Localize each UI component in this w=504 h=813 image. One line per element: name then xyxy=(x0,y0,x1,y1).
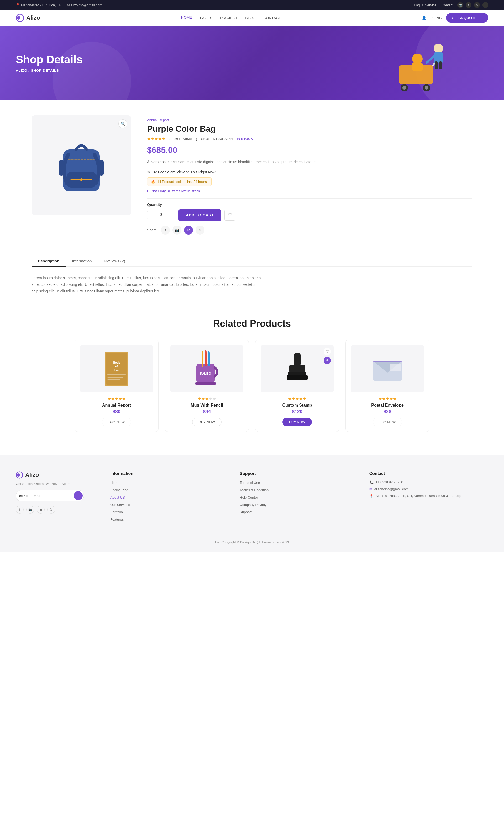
contact-link[interactable]: Contact xyxy=(442,3,453,7)
svg-point-21 xyxy=(80,178,83,181)
footer-linkedin-icon[interactable]: in xyxy=(37,506,45,514)
cart-illustration-svg xyxy=(383,31,451,92)
location-icon: 📍 xyxy=(369,494,374,498)
footer-facebook-icon[interactable]: f xyxy=(16,506,24,514)
quickview-icon-3[interactable]: 👁 xyxy=(324,357,331,364)
nav-project[interactable]: PROJECT xyxy=(220,16,237,20)
user-icon: 👤 xyxy=(422,16,426,20)
nav-blog[interactable]: BLOG xyxy=(245,16,255,20)
buy-now-button-4[interactable]: BUY NOW xyxy=(373,418,402,426)
nav-home[interactable]: HOME xyxy=(181,15,192,20)
product-category: Annual Report xyxy=(147,118,473,122)
stars-mug: ★★★★★ xyxy=(170,396,243,401)
stamp-image xyxy=(283,350,312,387)
footer-instagram-icon[interactable]: 📷 xyxy=(26,506,34,514)
footer-twitter-icon[interactable]: 𝕏 xyxy=(47,506,55,514)
eye-icon: 👁 xyxy=(147,170,151,174)
footer-link-about[interactable]: About US xyxy=(110,496,125,499)
share-facebook-icon[interactable]: f xyxy=(161,226,170,234)
product-price-2: $44 xyxy=(170,409,243,415)
footer-support-links: Terms of Use Tearns & Condition Help Cen… xyxy=(240,480,359,514)
product-image-container: 🔍 xyxy=(31,115,131,215)
faq-links: Faq / Service / Contact xyxy=(414,3,453,7)
footer-link-privacy[interactable]: Company Privacy xyxy=(240,503,266,507)
svg-rect-27 xyxy=(107,374,126,375)
product-card-mug: RAMBO ★★★★★ Mug With Pencil $ xyxy=(165,340,249,432)
product-title: Purple Color Bag xyxy=(147,124,473,134)
product-card-image-3: ♡ 👁 xyxy=(261,345,334,392)
stock-status: IN STOCK xyxy=(237,137,253,141)
svg-rect-38 xyxy=(195,382,216,384)
svg-rect-46 xyxy=(390,363,401,371)
svg-rect-9 xyxy=(412,63,423,71)
footer-link-terms[interactable]: Terms of Use xyxy=(240,481,260,485)
tab-description[interactable]: Description xyxy=(31,255,66,267)
quantity-value: 3 xyxy=(159,213,164,217)
stars-envelope: ★★★★★ xyxy=(351,396,424,401)
get-quote-button[interactable]: GET A QUOTE → xyxy=(446,13,488,23)
viewing-notice: 👁 32 People are Viewing This Right Now xyxy=(147,170,473,174)
location: 📍 Manchester 21, Zurich, CH xyxy=(16,3,62,7)
footer-bottom: Full Copyright & Design By @Theme pure -… xyxy=(16,535,488,544)
svg-rect-19 xyxy=(59,160,64,176)
nav-pages[interactable]: PAGES xyxy=(200,16,212,20)
tabs-section: Description Information Reviews (2) Lore… xyxy=(16,250,488,305)
buy-now-button-2[interactable]: BUY NOW xyxy=(192,418,222,426)
product-card-annual-report: Book of Law ★★★★★ Annual Report $80 BUY … xyxy=(75,340,159,432)
twitter-icon[interactable]: 𝕏 xyxy=(474,2,480,8)
footer-link-home[interactable]: Home xyxy=(110,481,119,485)
add-to-cart-button[interactable]: ADD TO CART xyxy=(179,209,221,221)
pinterest-icon[interactable]: P xyxy=(482,2,488,8)
contact-phone: 📞 +1 6328 925 6200 xyxy=(369,480,488,485)
product-name-2: Mug With Pencil xyxy=(170,403,243,408)
rating-stars: ★★★★★ xyxy=(147,136,165,141)
svg-rect-39 xyxy=(294,353,301,366)
product-description: At vero eos et accusamus et iusto dignis… xyxy=(147,159,473,165)
wishlist-button[interactable]: ♡ xyxy=(224,210,235,221)
buy-now-button-3[interactable]: BUY NOW xyxy=(282,418,312,426)
email-subscribe-form: ✉ → xyxy=(16,490,84,502)
share-pinterest-icon[interactable]: P xyxy=(184,226,193,234)
top-bar: 📍 Manchester 21, Zurich, CH ✉ alizoinfo@… xyxy=(0,0,504,10)
share-instagram-icon[interactable]: 📷 xyxy=(172,226,181,234)
svg-point-10 xyxy=(434,44,443,53)
svg-point-8 xyxy=(412,54,423,64)
faq-link[interactable]: Faq xyxy=(414,3,420,7)
footer-brand: Alizo Get Special Offers. We Never Spam.… xyxy=(16,471,100,524)
tab-reviews[interactable]: Reviews (2) xyxy=(98,255,132,267)
svg-text:Book: Book xyxy=(113,361,120,364)
footer-link-tearns[interactable]: Tearns & Condition xyxy=(240,488,269,492)
footer-contact-col: Contact 📞 +1 6328 925 6200 ✉ alizohelpo@… xyxy=(369,471,488,524)
nav-contact[interactable]: CONTACT xyxy=(263,16,281,20)
svg-rect-12 xyxy=(435,61,438,69)
quantity-increase-button[interactable]: + xyxy=(167,211,175,219)
zoom-icon[interactable]: 🔍 xyxy=(118,119,127,128)
footer-link-pricing[interactable]: Pricing Plan xyxy=(110,488,128,492)
footer-link-support[interactable]: Support xyxy=(240,510,252,514)
facebook-icon[interactable]: f xyxy=(466,2,471,8)
share-twitter-icon[interactable]: 𝕏 xyxy=(196,226,204,234)
footer-link-help[interactable]: Help Center xyxy=(240,496,258,499)
quantity-decrease-button[interactable]: − xyxy=(147,211,155,219)
product-tabs: Description Information Reviews (2) xyxy=(31,255,473,267)
footer-link-services[interactable]: Our Services xyxy=(110,503,130,507)
buy-now-button-1[interactable]: BUY NOW xyxy=(102,418,131,426)
stars-annual-report: ★★★★★ xyxy=(80,396,153,401)
footer-tagline: Get Special Offers. We Never Spam. xyxy=(16,482,100,486)
stock-count: 31 items xyxy=(167,189,180,193)
divider xyxy=(147,198,473,199)
subscribe-button[interactable]: → xyxy=(74,491,83,500)
email-subscribe-input[interactable] xyxy=(24,494,74,498)
service-link[interactable]: Service xyxy=(425,3,436,7)
tab-information[interactable]: Information xyxy=(66,255,98,267)
instagram-icon[interactable]: 📷 xyxy=(457,2,463,8)
login-button[interactable]: 👤 LOGING xyxy=(422,16,442,20)
hero-title: Shop Details xyxy=(16,53,82,66)
wishlist-icon-3[interactable]: ♡ xyxy=(324,348,331,355)
footer-link-portfolio[interactable]: Portfolio xyxy=(110,510,123,514)
footer-information-col: Information Home Pricing Plan About US O… xyxy=(110,471,229,524)
footer-link-features[interactable]: Features xyxy=(110,518,124,522)
svg-rect-11 xyxy=(434,52,443,63)
hero-section: Shop Details ALIZO / SHOP DETAILS xyxy=(0,26,504,100)
footer-information-title: Information xyxy=(110,471,229,476)
